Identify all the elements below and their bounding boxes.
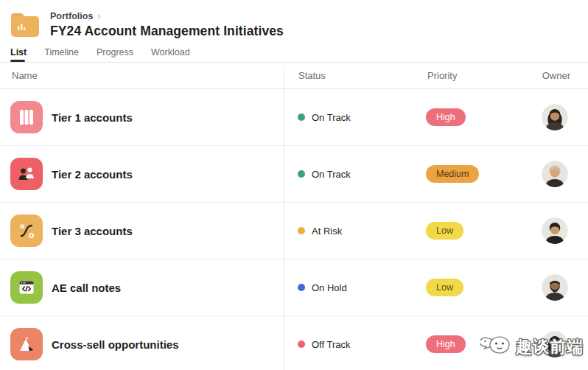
status-dot	[298, 284, 305, 291]
table-header-row: Name Status Priority Owner	[0, 62, 588, 89]
table-row[interactable]: Cross-sell opportunities Off Track High	[0, 316, 588, 370]
status-dot	[298, 114, 305, 121]
project-name: AE call notes	[52, 282, 121, 294]
tab-list[interactable]: List	[10, 47, 27, 62]
breadcrumb-label[interactable]: Portfolios	[50, 11, 93, 21]
status-label: On Track	[312, 169, 351, 180]
breadcrumb[interactable]: Portfolios ›	[50, 11, 284, 21]
table-row[interactable]: AE call notes On Hold Low	[0, 259, 588, 316]
page-header: Portfolios › FY24 Account Management Ini…	[0, 0, 588, 40]
table-row[interactable]: Tier 2 accounts On Track Medium	[0, 146, 588, 203]
status-label: Off Track	[312, 339, 351, 350]
status-dot	[298, 227, 305, 234]
table-row[interactable]: Tier 1 accounts On Track High	[0, 89, 588, 146]
columns-icon	[10, 101, 43, 133]
tab-progress[interactable]: Progress	[97, 47, 133, 62]
status-label: On Track	[312, 112, 351, 123]
portfolio-screen: Portfolios › FY24 Account Management Ini…	[0, 0, 588, 370]
portfolio-folder-icon	[9, 10, 41, 40]
project-name: Tier 3 accounts	[52, 225, 133, 237]
projects-table: Name Status Priority Owner Tier 1 accoun…	[0, 62, 588, 370]
page-title: FY24 Account Management Initiatives	[50, 24, 284, 39]
status-dot	[298, 170, 305, 178]
mountain-icon	[10, 328, 43, 360]
chevron-right-icon: ›	[97, 11, 100, 21]
column-divider	[284, 66, 284, 370]
code-icon	[10, 271, 43, 304]
project-name: Tier 1 accounts	[52, 111, 133, 124]
status-label: On Hold	[312, 282, 347, 293]
owner-avatar[interactable]	[542, 217, 568, 244]
priority-pill: High	[426, 108, 466, 126]
table-row[interactable]: Tier 3 accounts At Risk Low	[0, 203, 588, 259]
owner-avatar[interactable]	[542, 331, 568, 357]
column-header-status[interactable]: Status	[284, 70, 413, 81]
priority-pill: Low	[426, 279, 463, 296]
column-header-name[interactable]: Name	[0, 70, 284, 81]
strategy-icon	[10, 214, 43, 247]
header-text: Portfolios › FY24 Account Management Ini…	[50, 10, 284, 39]
project-name: Cross-sell opportunities	[52, 338, 179, 351]
tab-timeline[interactable]: Timeline	[44, 47, 79, 62]
status-label: At Risk	[312, 226, 342, 237]
column-header-owner[interactable]: Owner	[516, 70, 588, 81]
owner-avatar[interactable]	[542, 104, 568, 130]
column-header-priority[interactable]: Priority	[413, 70, 516, 81]
priority-pill: High	[426, 335, 466, 353]
priority-pill: Low	[426, 222, 463, 240]
project-name: Tier 2 accounts	[52, 168, 133, 181]
priority-pill: Medium	[426, 165, 479, 183]
people-icon	[10, 158, 43, 190]
owner-avatar[interactable]	[542, 161, 568, 187]
owner-avatar[interactable]	[542, 274, 568, 301]
status-dot	[298, 341, 305, 348]
tab-workload[interactable]: Workload	[151, 47, 190, 62]
view-tabs: List Timeline Progress Workload	[0, 40, 588, 62]
